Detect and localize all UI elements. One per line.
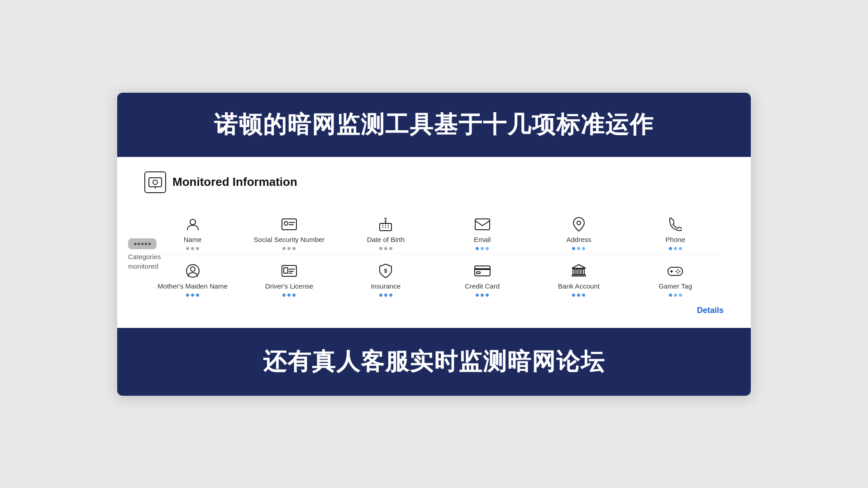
item-ssn: Social Security Number — [248, 216, 330, 250]
dot — [481, 247, 484, 250]
gamer-tag-label: Gamer Tag — [658, 282, 692, 290]
dot — [669, 294, 672, 297]
id-card-icon — [281, 216, 297, 233]
bank-dots — [572, 294, 585, 297]
bank-icon — [571, 262, 587, 280]
dot — [186, 294, 189, 297]
svg-point-40 — [676, 270, 677, 272]
email-label: Email — [474, 236, 491, 243]
ssn-dots — [282, 247, 296, 250]
eye-icon — [148, 175, 162, 190]
svg-point-5 — [284, 222, 288, 225]
svg-rect-25 — [477, 272, 480, 274]
item-license: Driver's License — [248, 262, 330, 297]
address-label: Address — [566, 236, 591, 243]
dot — [486, 247, 489, 250]
top-banner: 诺顿的暗网监测工具基于十几项标准运作 — [117, 93, 751, 157]
item-address: Address — [538, 216, 620, 250]
dot — [674, 294, 677, 297]
dot — [196, 294, 199, 297]
dot — [282, 247, 286, 250]
details-link-container: Details — [144, 300, 724, 317]
svg-point-0 — [153, 180, 157, 185]
svg-point-16 — [191, 267, 195, 271]
maiden-name-label: Mother's Maiden Name — [157, 282, 228, 290]
location-icon — [573, 216, 585, 233]
categories-badge: ●●●●● — [128, 238, 157, 249]
dot — [282, 294, 286, 297]
dot — [577, 247, 580, 250]
phone-dots — [669, 247, 682, 250]
categories-text: Categoriesmonitored — [128, 252, 161, 271]
license-dots — [282, 294, 296, 297]
dot — [389, 247, 392, 250]
svg-point-14 — [577, 221, 581, 225]
dot — [476, 294, 479, 297]
items-row-1: Name — [144, 208, 724, 254]
item-maiden-name: Mother's Maiden Name — [152, 262, 234, 297]
top-banner-text: 诺顿的暗网监测工具基于十几项标准运作 — [214, 111, 654, 137]
dot — [292, 247, 296, 250]
svg-point-37 — [677, 269, 679, 270]
cake-icon — [379, 216, 392, 233]
person-circle-icon — [186, 262, 200, 280]
email-dots — [476, 247, 489, 250]
gamer-tag-dots — [669, 294, 682, 297]
name-dots — [186, 247, 199, 250]
dot — [674, 247, 677, 250]
svg-rect-23 — [475, 266, 490, 276]
svg-rect-28 — [573, 269, 575, 275]
svg-point-39 — [677, 272, 679, 273]
items-row-2: Mother's Maiden Name — [144, 254, 724, 300]
monitor-icon — [144, 171, 166, 193]
categories-label: ●●●●● Categoriesmonitored — [128, 238, 161, 271]
main-container: 诺顿的暗网监测工具基于十几项标准运作 Monitored Information… — [117, 93, 751, 396]
item-insurance: $ Insurance — [345, 262, 426, 297]
items-grid: Name — [144, 208, 724, 300]
svg-rect-1 — [149, 178, 162, 187]
dot — [582, 247, 585, 250]
license-icon — [281, 262, 297, 280]
dot — [486, 294, 489, 297]
dob-dots — [379, 247, 392, 250]
dot — [384, 294, 387, 297]
dot — [679, 294, 682, 297]
svg-text:$: $ — [384, 268, 387, 274]
credit-card-dots — [476, 294, 489, 297]
name-label: Name — [184, 236, 202, 243]
svg-point-38 — [679, 270, 681, 272]
license-label: Driver's License — [265, 282, 313, 290]
svg-rect-31 — [582, 269, 584, 275]
dot — [196, 247, 199, 250]
item-gamer-tag: Gamer Tag — [634, 262, 716, 297]
dot — [582, 294, 585, 297]
item-phone: Phone — [634, 216, 716, 250]
address-dots — [572, 247, 585, 250]
dot — [292, 294, 296, 297]
dot — [287, 294, 291, 297]
credit-card-label: Credit Card — [465, 282, 500, 290]
svg-point-3 — [190, 219, 196, 225]
maiden-dots — [186, 294, 199, 297]
phone-icon — [669, 216, 682, 233]
item-bank-account: Bank Account — [538, 262, 620, 297]
credit-card-icon — [474, 262, 491, 280]
dot — [572, 294, 575, 297]
main-card: Monitored Information ●●●●● Categoriesmo… — [117, 157, 751, 328]
email-icon — [475, 216, 490, 233]
dot — [384, 247, 387, 250]
gamepad-icon — [667, 262, 683, 280]
details-link[interactable]: Details — [697, 306, 724, 315]
dot — [577, 294, 580, 297]
section-title: Monitored Information — [172, 175, 297, 189]
item-credit-card: Credit Card — [442, 262, 523, 297]
bottom-banner-text: 还有真人客服实时监测暗网论坛 — [263, 348, 605, 374]
insurance-dots — [379, 294, 392, 297]
dot — [379, 294, 382, 297]
dot — [287, 247, 291, 250]
svg-marker-26 — [572, 265, 586, 268]
person-icon — [186, 216, 200, 233]
svg-rect-29 — [576, 269, 578, 275]
svg-rect-30 — [579, 269, 581, 275]
dot — [191, 247, 194, 250]
